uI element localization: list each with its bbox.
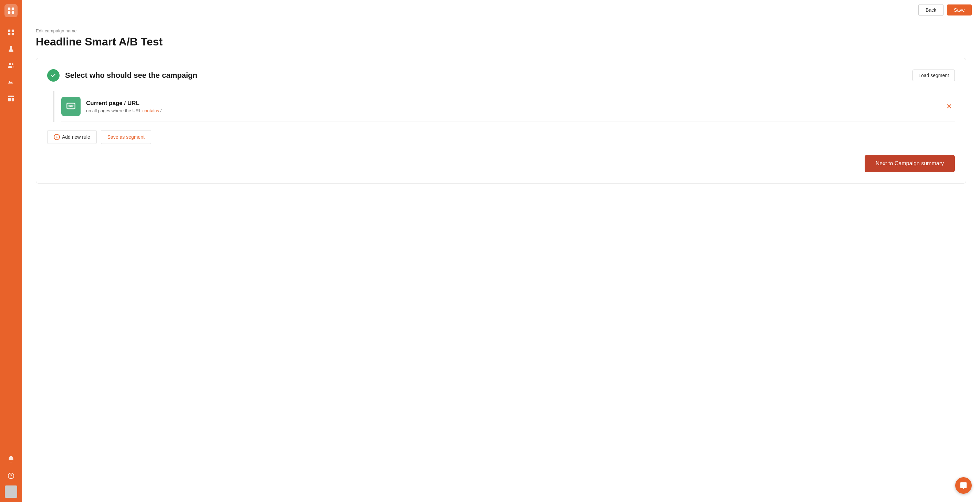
- svg-rect-6: [8, 33, 10, 35]
- campaign-label: Edit campaign name: [36, 28, 966, 33]
- sidebar-item-experiments[interactable]: [4, 42, 18, 56]
- topbar: Back Save: [22, 0, 980, 20]
- rule-description: on all pages where the URL contains /: [86, 108, 938, 113]
- sidebar-item-dashboard[interactable]: [4, 25, 18, 39]
- svg-text:?: ?: [10, 474, 12, 478]
- back-button[interactable]: Back: [918, 4, 943, 16]
- svg-rect-0: [8, 8, 10, 10]
- rule-desc-suffix: /: [159, 108, 162, 113]
- sidebar: ?: [0, 0, 22, 502]
- load-segment-button[interactable]: Load segment: [913, 70, 955, 81]
- next-to-campaign-summary-button[interactable]: Next to Campaign summary: [865, 155, 955, 172]
- user-avatar[interactable]: [5, 486, 17, 498]
- svg-rect-3: [12, 11, 14, 14]
- rule-name: Current page / URL: [86, 100, 938, 107]
- svg-text:WWW: WWW: [68, 104, 74, 108]
- svg-rect-1: [12, 8, 14, 10]
- rule-info: Current page / URL on all pages where th…: [86, 100, 938, 113]
- card-header: Select who should see the campaign Load …: [47, 69, 955, 82]
- main-content: Back Save Edit campaign name Headline Sm…: [22, 0, 980, 502]
- page-content: Edit campaign name Headline Smart A/B Te…: [22, 20, 980, 502]
- card-header-left: Select who should see the campaign: [47, 69, 197, 82]
- svg-point-8: [9, 63, 11, 65]
- rule-desc-prefix: on all pages where the URL: [86, 108, 143, 113]
- svg-point-9: [12, 64, 13, 65]
- save-button[interactable]: Save: [947, 5, 972, 16]
- rule-desc-highlight: contains: [143, 108, 159, 113]
- svg-rect-11: [8, 98, 11, 101]
- sidebar-bottom: ?: [4, 453, 18, 498]
- plus-icon: +: [54, 134, 60, 140]
- svg-rect-2: [8, 11, 10, 14]
- rule-item: WWW Current page / URL on all pages wher…: [61, 91, 955, 122]
- page-title: Headline Smart A/B Test: [36, 35, 966, 48]
- sidebar-item-analytics[interactable]: [4, 75, 18, 89]
- rule-container: WWW Current page / URL on all pages wher…: [53, 91, 955, 122]
- sidebar-item-help[interactable]: ?: [4, 469, 18, 483]
- svg-rect-4: [8, 30, 10, 32]
- svg-rect-10: [8, 96, 14, 97]
- add-new-rule-button[interactable]: + Add new rule: [47, 130, 97, 144]
- add-rule-label: Add new rule: [62, 134, 90, 140]
- sidebar-item-layout[interactable]: [4, 92, 18, 105]
- svg-rect-5: [12, 30, 14, 32]
- sidebar-item-users[interactable]: [4, 59, 18, 72]
- svg-rect-12: [12, 98, 14, 101]
- sidebar-item-notifications[interactable]: [4, 453, 18, 466]
- rule-icon: WWW: [61, 97, 81, 116]
- action-buttons: + Add new rule Save as segment: [47, 130, 955, 144]
- save-as-segment-button[interactable]: Save as segment: [101, 130, 151, 144]
- next-area: Next to Campaign summary: [47, 155, 955, 172]
- chat-support-button[interactable]: [955, 477, 972, 494]
- card-title: Select who should see the campaign: [65, 71, 197, 80]
- completed-icon: [47, 69, 60, 82]
- sidebar-nav: [4, 25, 18, 453]
- app-logo[interactable]: [5, 4, 18, 17]
- svg-rect-7: [12, 33, 14, 35]
- targeting-card: Select who should see the campaign Load …: [36, 58, 966, 184]
- remove-rule-button[interactable]: ✕: [943, 101, 955, 112]
